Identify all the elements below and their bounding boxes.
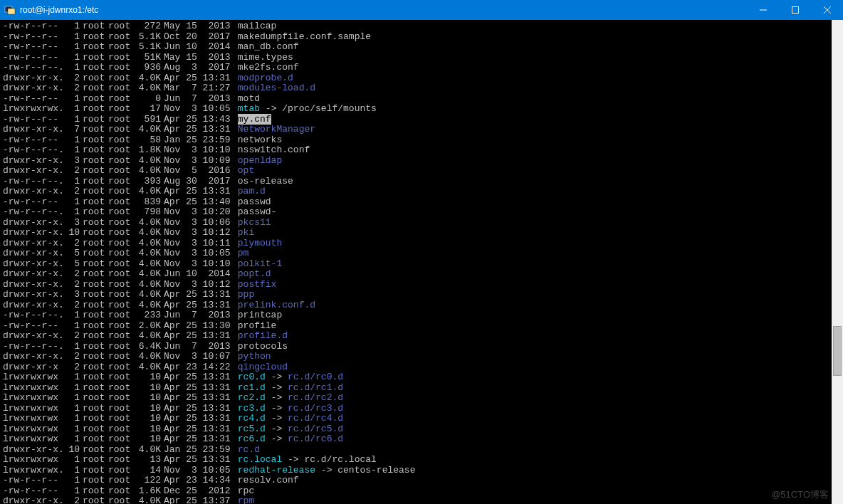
file-name: rpm xyxy=(238,495,254,504)
listing-row: drwxr-xr-x.2rootroot4.0KApr 25 13:31 pam… xyxy=(3,187,840,197)
file-name: rc1.d xyxy=(238,382,266,393)
listing-row: -rw-r--r--.1rootroot1.8KNov 3 10:10 nssw… xyxy=(3,145,840,156)
listing-row: -rw-r--r--.1rootroot6.4KJun 7 2013 proto… xyxy=(3,342,840,352)
file-name: pm xyxy=(238,248,249,258)
listing-row: drwxr-xr-x.3rootroot4.0KNov 3 10:09 open… xyxy=(3,156,840,167)
listing-row: lrwxrwxrwx1rootroot10Apr 25 13:31 rc5.d … xyxy=(3,424,840,435)
file-name: modules-load.d xyxy=(238,83,315,93)
listing-row: drwxr-xr-x.2rootroot4.0KNov 5 2016 opt xyxy=(3,166,840,177)
listing-row: -rw-r--r--1rootroot2.0KApr 25 13:30 prof… xyxy=(3,321,840,332)
file-name: profile.d xyxy=(238,330,288,341)
vertical-scrollbar[interactable] xyxy=(832,20,843,504)
listing-row: lrwxrwxrwx1rootroot13Apr 25 13:31 rc.loc… xyxy=(3,455,840,466)
scrollbar-thumb[interactable] xyxy=(833,326,842,376)
file-name: passwd- xyxy=(238,206,277,217)
file-name: prelink.conf.d xyxy=(238,300,315,310)
file-name: makedumpfile.conf.sample xyxy=(238,31,371,42)
listing-row: lrwxrwxrwx.1rootroot17Nov 3 10:05 mtab -… xyxy=(3,104,840,115)
listing-row: -rw-r--r--1rootroot0Jun 7 2013 motd xyxy=(3,94,840,105)
listing-row: lrwxrwxrwx1rootroot10Apr 25 13:31 rc1.d … xyxy=(3,383,840,394)
file-name: printcap xyxy=(238,310,282,320)
window-titlebar: root@i-jdwnrxo1:/etc xyxy=(0,0,843,20)
file-name: redhat-release xyxy=(238,465,315,476)
file-name: os-release xyxy=(238,176,293,187)
file-name: nsswitch.conf xyxy=(238,145,310,155)
file-name: profile xyxy=(238,320,277,331)
file-name: rc4.d xyxy=(238,413,266,424)
listing-row: -rw-r--r--1rootroot122Apr 23 14:34 resol… xyxy=(3,476,840,486)
file-name: openldap xyxy=(238,155,282,166)
listing-row: drwxr-xr-x.2rootroot4.0KJun 10 2014 popt… xyxy=(3,269,840,280)
minimize-button[interactable] xyxy=(747,0,779,20)
file-name: pki xyxy=(238,227,254,238)
listing-row: -rw-r--r--1rootroot1.6KDec 25 2012 rpc xyxy=(3,486,840,497)
listing-row: drwxr-xr-x.3rootroot4.0KNov 3 10:06 pkcs… xyxy=(3,218,840,229)
listing-row: drwxr-xr-x2rootroot4.0KApr 23 14:22 qing… xyxy=(3,362,840,373)
listing-row: lrwxrwxrwx1rootroot10Apr 25 13:31 rc2.d … xyxy=(3,393,840,404)
file-name: mke2fs.conf xyxy=(238,62,299,73)
file-name: networks xyxy=(238,135,282,145)
listing-row: lrwxrwxrwx1rootroot10Apr 25 13:31 rc0.d … xyxy=(3,372,840,383)
symlink-target: rc.d/rc0.d xyxy=(288,372,343,382)
file-name: rc0.d xyxy=(238,372,266,382)
listing-row: lrwxrwxrwx.1rootroot14Nov 3 10:05 redhat… xyxy=(3,466,840,476)
file-name: my.cnf xyxy=(238,114,271,125)
file-name: protocols xyxy=(238,341,288,352)
listing-row: drwxr-xr-x.2rootroot4.0KApr 25 13:31 pre… xyxy=(3,300,840,311)
symlink-target: rc.d/rc1.d xyxy=(288,382,343,393)
listing-row: lrwxrwxrwx1rootroot10Apr 25 13:31 rc6.d … xyxy=(3,434,840,445)
symlink-target: /proc/self/mounts xyxy=(282,103,377,114)
file-name: rc2.d xyxy=(238,392,266,403)
file-name: mtab xyxy=(238,103,260,114)
file-name: motd xyxy=(238,93,260,104)
file-name: rc6.d xyxy=(238,434,266,444)
listing-row: -rw-r--r--.1rootroot393Aug 30 2017 os-re… xyxy=(3,177,840,187)
symlink-target: rc.d/rc5.d xyxy=(288,424,343,434)
listing-row: drwxr-xr-x.2rootroot4.0KApr 25 13:31 pro… xyxy=(3,331,840,342)
listing-row: -rw-r--r--.1rootroot936Aug 3 2017 mke2fs… xyxy=(3,63,840,73)
listing-row: drwxr-xr-x.2rootroot4.0KMar 7 21:27 modu… xyxy=(3,83,840,94)
symlink-target: rc.d/rc2.d xyxy=(288,392,343,403)
svg-rect-3 xyxy=(792,7,798,14)
file-name: rc5.d xyxy=(238,424,266,434)
file-name: pkcs11 xyxy=(238,217,271,228)
listing-row: -rw-r--r--1rootroot5.1KJun 10 2014 man_d… xyxy=(3,42,840,53)
listing-row: -rw-r--r--1rootroot51KMay 15 2013 mime.t… xyxy=(3,53,840,63)
file-name: passwd xyxy=(238,196,271,207)
listing-row: -rw-r--r--.1rootroot798Nov 3 10:20 passw… xyxy=(3,207,840,218)
terminal-area[interactable]: -rw-r--r--1rootroot272May 15 2013 mailca… xyxy=(0,20,843,504)
listing-row: drwxr-xr-x.3rootroot4.0KApr 25 13:31 ppp xyxy=(3,290,840,300)
listing-row: -rw-r--r--1rootroot272May 15 2013 mailca… xyxy=(3,21,840,32)
file-name: pam.d xyxy=(238,186,266,196)
listing-row: lrwxrwxrwx1rootroot10Apr 25 13:31 rc3.d … xyxy=(3,404,840,414)
file-name: modprobe.d xyxy=(238,73,293,83)
file-name: opt xyxy=(238,165,254,176)
listing-row: -rw-r--r--.1rootroot233Jun 7 2013 printc… xyxy=(3,310,840,321)
file-name: polkit-1 xyxy=(238,258,282,269)
listing-row: drwxr-xr-x.7rootroot4.0KApr 25 13:31 Net… xyxy=(3,125,840,135)
listing-row: drwxr-xr-x.5rootroot4.0KNov 3 10:05 pm xyxy=(3,248,840,259)
close-button[interactable] xyxy=(811,0,843,20)
listing-row: drwxr-xr-x.5rootroot4.0KNov 3 10:10 polk… xyxy=(3,259,840,270)
svg-rect-1 xyxy=(8,9,15,14)
putty-icon xyxy=(4,4,16,16)
listing-row: drwxr-xr-x.10rootroot4.0KNov 3 10:12 pki xyxy=(3,228,840,238)
file-name: NetworkManager xyxy=(238,124,315,135)
listing-row: drwxr-xr-x.2rootroot4.0KNov 3 10:07 pyth… xyxy=(3,352,840,362)
file-name: rc.d xyxy=(238,444,260,455)
listing-row: -rw-r--r--1rootroot5.1KOct 20 2017 maked… xyxy=(3,32,840,43)
file-name: plymouth xyxy=(238,238,282,248)
window-title: root@i-jdwnrxo1:/etc xyxy=(20,5,98,15)
listing-row: drwxr-xr-x.2rootroot4.0KNov 3 10:12 post… xyxy=(3,280,840,290)
symlink-target: centos-release xyxy=(337,465,415,476)
listing-row: drwxr-xr-x.2rootroot4.0KApr 25 13:37 rpm xyxy=(3,496,840,504)
file-name: resolv.conf xyxy=(238,475,299,485)
listing-row: lrwxrwxrwx1rootroot10Apr 25 13:31 rc4.d … xyxy=(3,414,840,424)
file-name: popt.d xyxy=(238,268,271,279)
listing-row: -rw-r--r--1rootroot591Apr 25 13:43 my.cn… xyxy=(3,115,840,125)
symlink-target: rc.d/rc.local xyxy=(304,454,376,465)
maximize-button[interactable] xyxy=(779,0,811,20)
file-name: rc3.d xyxy=(238,403,266,414)
symlink-target: rc.d/rc6.d xyxy=(288,434,343,444)
symlink-target: rc.d/rc4.d xyxy=(288,413,343,424)
